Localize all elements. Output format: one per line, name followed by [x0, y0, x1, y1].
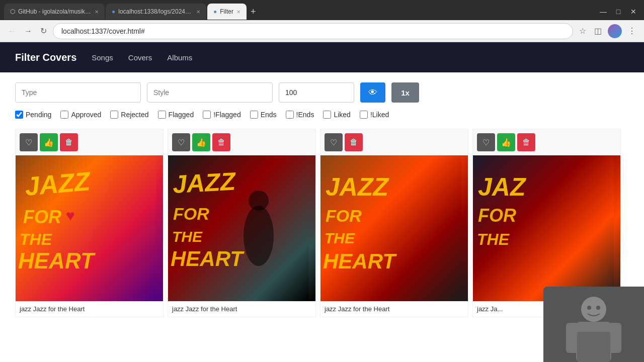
svg-text:JAZ: JAZ	[478, 173, 527, 201]
checkbox-rejected[interactable]	[110, 111, 118, 119]
type-input[interactable]	[15, 82, 141, 103]
label-rejected: Rejected	[121, 111, 148, 119]
svg-text:HEART: HEART	[18, 248, 96, 273]
label-flagged: Flagged	[169, 111, 194, 119]
basket-button-2[interactable]: 🗑	[212, 133, 230, 151]
filter-check-approved[interactable]: Approved	[60, 111, 101, 119]
filter-check-ends[interactable]: Ends	[250, 111, 277, 119]
menu-button[interactable]: ⋮	[626, 24, 638, 38]
svg-point-28	[596, 306, 600, 310]
cover-title-2: jazz Jazz for the Heart	[168, 301, 315, 317]
cover-image-2[interactable]: JAZZ FOR THE HEART	[168, 155, 315, 301]
svg-text:JAZZ: JAZZ	[326, 173, 389, 201]
svg-text:♥: ♥	[66, 207, 75, 224]
filter-checkboxes-row: Pending Approved Rejected Flagged !Flagg…	[15, 111, 629, 119]
filter-area: 👁 1x Pending Approved Rejected	[0, 72, 644, 129]
profile-button[interactable]	[608, 24, 622, 38]
svg-point-12	[249, 191, 269, 211]
new-tab-button[interactable]: +	[247, 5, 260, 18]
maximize-button[interactable]: □	[612, 5, 625, 18]
label-ends: Ends	[261, 111, 277, 119]
svg-text:FOR: FOR	[173, 204, 209, 223]
logs-tab-icon: ●	[112, 8, 115, 15]
nav-brand[interactable]: Filter Covers	[15, 52, 76, 63]
tab-logs[interactable]: ● localhost:1338/logs/20240523... ✕	[106, 4, 206, 20]
svg-text:HEART: HEART	[323, 249, 397, 273]
close-button[interactable]: ✕	[627, 5, 640, 18]
nav-link-albums[interactable]: Albums	[167, 53, 192, 62]
url-text: localhost:1337/cover.html#	[61, 27, 565, 35]
basket-button-1[interactable]: 🗑	[60, 133, 78, 151]
tab-github-close[interactable]: ✕	[95, 9, 99, 15]
reload-button[interactable]: ↻	[38, 24, 49, 38]
checkbox-ends[interactable]	[250, 111, 258, 119]
count-input[interactable]	[279, 82, 354, 103]
cover-card-2: ♡ 👍 🗑	[168, 129, 316, 317]
bookmark-button[interactable]: ☆	[577, 24, 588, 38]
checkbox-pending[interactable]	[15, 111, 23, 119]
label-notends: !Ends	[296, 111, 314, 119]
cover-image-3[interactable]: JAZZ FOR THE HEART	[320, 155, 468, 301]
checkbox-approved[interactable]	[60, 111, 68, 119]
cover-actions-3: ♡ 🗑	[320, 129, 468, 155]
svg-text:FOR: FOR	[478, 205, 516, 226]
webcam-overlay	[543, 287, 644, 362]
heart-button-1[interactable]: ♡	[20, 133, 38, 151]
filter-tab-icon: ●	[213, 8, 217, 15]
basket-button-3[interactable]: 🗑	[345, 133, 363, 151]
svg-text:THE: THE	[20, 230, 53, 248]
tab-logs-label: localhost:1338/logs/20240523...	[118, 8, 193, 15]
svg-rect-29	[577, 332, 610, 362]
filter-check-liked[interactable]: Liked	[323, 111, 350, 119]
cover-image-4[interactable]: JAZ FOR THE	[473, 155, 620, 301]
heart-button-4[interactable]: ♡	[477, 133, 495, 151]
checkbox-flagged[interactable]	[158, 111, 166, 119]
filter-check-pending[interactable]: Pending	[15, 111, 51, 119]
nav-link-songs[interactable]: Songs	[92, 53, 113, 62]
cover-card-1: ♡ 👍 🗑	[15, 129, 164, 317]
thumb-button-1[interactable]: 👍	[40, 133, 58, 151]
checkbox-notliked[interactable]	[360, 111, 368, 119]
basket-button-4[interactable]: 🗑	[517, 133, 535, 151]
svg-point-23	[581, 297, 606, 322]
svg-text:FOR: FOR	[326, 206, 362, 225]
checkbox-liked[interactable]	[323, 111, 331, 119]
cover-image-1[interactable]: JAZZ FOR THE HEART ♥	[16, 155, 163, 301]
url-box[interactable]: localhost:1337/cover.html#	[53, 23, 573, 39]
tab-filter[interactable]: ● Filter ✕	[207, 4, 247, 20]
tab-filter-label: Filter	[220, 8, 233, 15]
address-bar: ← → ↻ localhost:1337/cover.html# ☆ ◫ ⋮	[0, 20, 644, 42]
nav-link-covers[interactable]: Covers	[128, 53, 152, 62]
extensions-button[interactable]: ◫	[592, 24, 604, 38]
svg-text:THE: THE	[172, 228, 203, 245]
back-button[interactable]: ←	[6, 25, 18, 38]
heart-button-3[interactable]: ♡	[325, 133, 343, 151]
style-input[interactable]	[147, 82, 273, 103]
label-pending: Pending	[26, 111, 51, 119]
tab-filter-close[interactable]: ✕	[236, 9, 240, 15]
svg-text:HEART: HEART	[171, 247, 245, 270]
heart-button-2[interactable]: ♡	[172, 133, 190, 151]
minimize-button[interactable]: —	[597, 5, 610, 18]
thumb-button-4[interactable]: 👍	[497, 133, 515, 151]
forward-button[interactable]: →	[22, 25, 34, 38]
label-notflagged: !Flagged	[213, 111, 240, 119]
tab-logs-close[interactable]: ✕	[196, 9, 200, 15]
filter-check-notflagged[interactable]: !Flagged	[203, 111, 240, 119]
svg-text:THE: THE	[325, 230, 355, 246]
filter-check-notends[interactable]: !Ends	[286, 111, 314, 119]
github-icon: ⬡	[10, 8, 15, 15]
filter-check-notliked[interactable]: !Liked	[360, 111, 389, 119]
checkbox-notflagged[interactable]	[203, 111, 211, 119]
eye-button[interactable]: 👁	[360, 82, 385, 103]
zoom-button[interactable]: 1x	[391, 82, 419, 103]
filter-check-rejected[interactable]: Rejected	[110, 111, 148, 119]
thumb-button-2[interactable]: 👍	[192, 133, 210, 151]
cover-actions-1: ♡ 👍 🗑	[16, 129, 163, 155]
tab-github[interactable]: ⬡ GitHub - igolaizola/musikai-do... ✕	[4, 4, 105, 20]
cover-actions-2: ♡ 👍 🗑	[168, 129, 315, 155]
checkbox-notends[interactable]	[286, 111, 294, 119]
svg-point-11	[244, 206, 274, 266]
filter-check-flagged[interactable]: Flagged	[158, 111, 194, 119]
svg-text:JAZZ: JAZZ	[172, 167, 237, 199]
